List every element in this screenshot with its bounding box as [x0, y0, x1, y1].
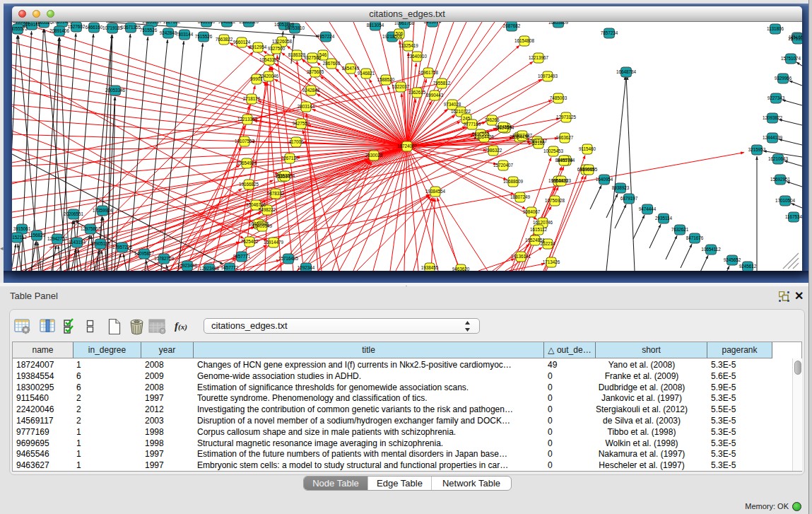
svg-text:11325419: 11325419: [399, 43, 418, 48]
svg-text:7955812: 7955812: [433, 81, 451, 86]
svg-text:2530028: 2530028: [365, 153, 383, 158]
svg-text:19654983: 19654983: [237, 160, 257, 165]
svg-text:9474444: 9474444: [639, 206, 657, 211]
svg-text:8495794: 8495794: [555, 158, 573, 163]
svg-text:1938455: 1938455: [421, 265, 439, 270]
svg-text:14136141: 14136141: [511, 254, 531, 259]
svg-text:9734028: 9734028: [444, 102, 461, 107]
svg-text:20053346: 20053346: [105, 88, 126, 93]
svg-text:16210722: 16210722: [451, 109, 471, 114]
svg-text:3267130: 3267130: [281, 156, 299, 160]
svg-text:10025453: 10025453: [543, 148, 564, 153]
svg-text:7803144: 7803144: [176, 32, 194, 37]
svg-text:10719185: 10719185: [102, 25, 123, 30]
svg-text:7663822: 7663822: [216, 37, 233, 42]
svg-text:5878332: 5878332: [267, 191, 285, 196]
svg-text:9084067: 9084067: [523, 209, 541, 214]
svg-text:2867608: 2867608: [323, 61, 341, 66]
svg-text:13640910: 13640910: [407, 54, 428, 59]
svg-text:12905115: 12905115: [90, 241, 110, 246]
svg-text:16120746: 16120746: [533, 220, 553, 225]
svg-text:1527602: 1527602: [68, 24, 86, 29]
svg-text:14055572: 14055572: [12, 26, 28, 31]
svg-text:746266: 746266: [484, 117, 500, 122]
svg-text:2803144: 2803144: [298, 104, 315, 109]
svg-text:10046786: 10046786: [246, 202, 266, 207]
svg-text:9463627: 9463627: [556, 135, 574, 140]
svg-text:8413074: 8413074: [424, 22, 442, 24]
svg-text:10961768: 10961768: [394, 22, 415, 25]
svg-text:1167534: 1167534: [785, 214, 802, 219]
svg-text:20891406: 20891406: [49, 28, 70, 33]
svg-text:9146821: 9146821: [358, 71, 375, 76]
svg-text:9329966: 9329966: [775, 76, 792, 81]
svg-text:5498222: 5498222: [259, 207, 276, 212]
svg-text:16053810: 16053810: [285, 25, 305, 30]
svg-text:1143194: 1143194: [69, 240, 86, 245]
svg-text:12444139: 12444139: [763, 135, 783, 140]
svg-text:1640954: 1640954: [596, 177, 613, 182]
svg-text:1131806: 1131806: [767, 26, 784, 31]
svg-text:17359924: 17359924: [93, 208, 113, 213]
svg-text:9146822: 9146822: [218, 22, 236, 24]
svg-text:9242848: 9242848: [160, 30, 177, 35]
svg-text:6879197: 6879197: [620, 196, 638, 201]
svg-text:1362615: 1362615: [408, 90, 426, 95]
svg-text:12973125: 12973125: [556, 115, 577, 119]
svg-text:1292344: 1292344: [298, 265, 315, 270]
svg-text:2718176: 2718176: [243, 96, 261, 101]
svg-text:3915061: 3915061: [13, 226, 31, 231]
svg-text:9457772: 9457772: [221, 265, 239, 270]
svg-text:1065526: 1065526: [35, 22, 53, 25]
svg-text:3215953: 3215953: [748, 147, 766, 152]
svg-text:10807487: 10807487: [512, 133, 533, 138]
svg-text:8813054: 8813054: [367, 23, 384, 28]
svg-text:13226058: 13226058: [272, 39, 293, 44]
svg-text:6466160: 6466160: [198, 22, 216, 24]
svg-text:9660124: 9660124: [233, 40, 251, 45]
svg-text:13353594: 13353594: [275, 173, 295, 178]
svg-text:19654923: 19654923: [551, 178, 572, 183]
svg-text:8471676: 8471676: [686, 235, 704, 240]
svg-text:18724007: 18724007: [397, 144, 418, 148]
svg-text:12213967: 12213967: [529, 55, 549, 60]
svg-text:9115460: 9115460: [579, 146, 596, 151]
svg-text:7485003: 7485003: [550, 95, 567, 100]
svg-text:10107553: 10107553: [235, 139, 255, 144]
svg-text:18807249: 18807249: [510, 194, 531, 199]
svg-text:16961758: 16961758: [418, 70, 439, 75]
svg-text:12923448: 12923448: [199, 266, 220, 271]
svg-text:9245652: 9245652: [724, 257, 741, 262]
svg-text:10655267: 10655267: [142, 22, 163, 24]
svg-text:506: 506: [396, 31, 404, 36]
svg-text:1156829: 1156829: [28, 233, 46, 238]
svg-text:7632621: 7632621: [671, 227, 689, 232]
svg-text:5322037: 5322037: [392, 84, 410, 89]
svg-text:9427552: 9427552: [293, 121, 310, 126]
svg-text:9327500: 9327500: [268, 46, 286, 51]
svg-text:8454749: 8454749: [342, 66, 360, 71]
svg-text:1713426: 1713426: [543, 259, 560, 264]
svg-text:7857224: 7857224: [317, 34, 335, 39]
svg-text:3624554: 3624554: [495, 124, 512, 129]
svg-text:12942757: 12942757: [47, 236, 68, 241]
svg-text:2087682: 2087682: [503, 23, 521, 28]
svg-text:39152112: 39152112: [12, 235, 27, 240]
svg-text:10973493: 10973493: [538, 74, 558, 78]
svg-text:245: 245: [463, 116, 471, 121]
svg-text:12923446: 12923446: [177, 263, 198, 268]
svg-text:16154808: 16154808: [514, 38, 535, 43]
svg-text:6466160: 6466160: [86, 25, 103, 30]
svg-text:16853809: 16853809: [548, 22, 569, 25]
svg-text:19384554: 19384554: [425, 189, 446, 194]
svg-text:15883520: 15883520: [239, 22, 259, 24]
svg-text:1615112: 1615112: [530, 227, 548, 232]
svg-text:9227343: 9227343: [767, 95, 785, 100]
svg-text:10654112: 10654112: [701, 247, 721, 252]
svg-text:3875685: 3875685: [307, 69, 324, 74]
svg-text:7986322: 7986322: [485, 148, 502, 153]
svg-text:15751074: 15751074: [788, 36, 802, 41]
svg-text:99901: 99901: [250, 76, 263, 81]
svg-text:8938923: 8938923: [612, 185, 630, 190]
svg-text:15716485: 15716485: [278, 256, 299, 261]
